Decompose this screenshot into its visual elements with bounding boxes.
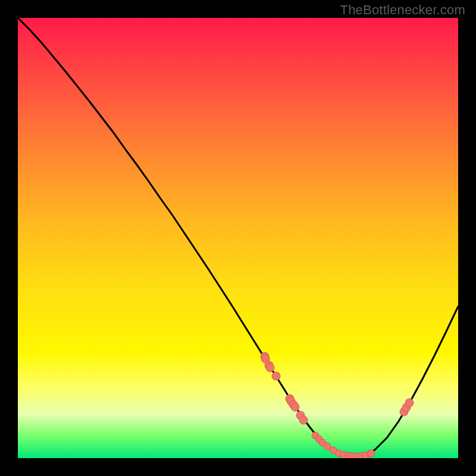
plot-area	[18, 18, 458, 458]
chart-frame: TheBottlenecker.com	[0, 0, 476, 476]
curve-svg	[18, 18, 458, 458]
data-markers	[261, 352, 414, 458]
marker-dot	[368, 450, 375, 457]
marker-dot	[299, 416, 308, 424]
marker-dot	[266, 364, 274, 372]
marker-dot	[405, 399, 414, 407]
bottleneck-curve	[18, 18, 458, 456]
marker-dot	[272, 372, 280, 380]
attribution-text: TheBottlenecker.com	[340, 2, 465, 18]
marker-dot	[291, 403, 299, 411]
